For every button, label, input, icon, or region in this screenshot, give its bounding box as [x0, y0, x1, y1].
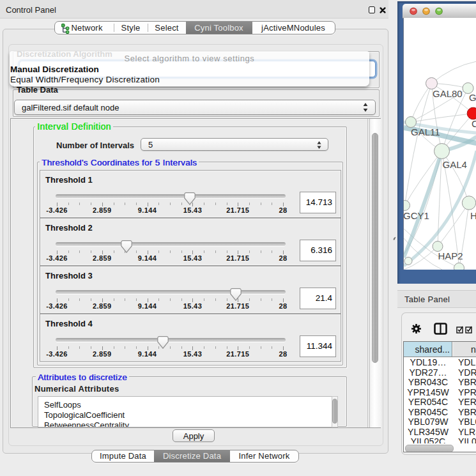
- svg-text:GCY1: GCY1: [404, 210, 429, 221]
- svg-text:GAL4: GAL4: [442, 159, 466, 170]
- svg-text:GAL11: GAL11: [411, 127, 440, 137]
- svg-text:C: C: [472, 118, 476, 129]
- svg-text:GAL80: GAL80: [433, 88, 463, 99]
- svg-text:H: H: [470, 210, 476, 221]
- svg-text:HAP2: HAP2: [438, 250, 463, 261]
- svg-text:GA: GA: [469, 92, 476, 103]
